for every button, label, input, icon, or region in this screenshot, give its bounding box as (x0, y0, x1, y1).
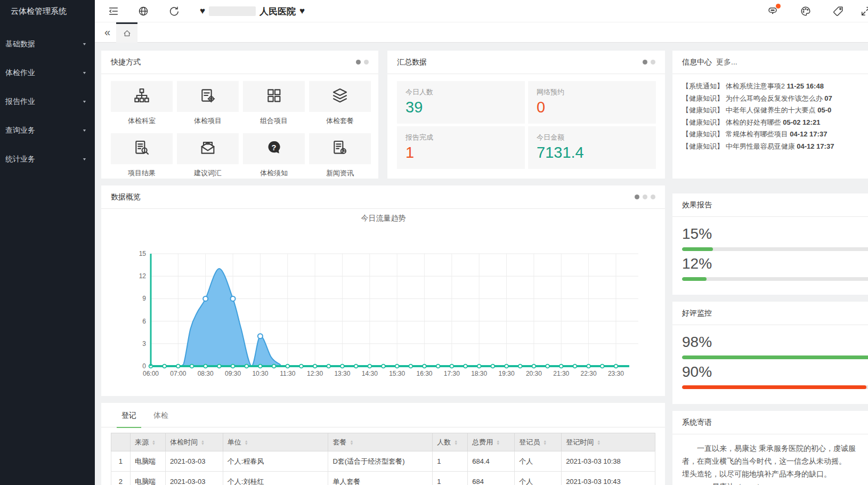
info-item[interactable]: 【健康知识】 中年男性最容易亚健康 04-12 17:37 (682, 141, 868, 153)
question-bubble-icon: ? (265, 139, 282, 158)
worklist-tabs: 登记体检 (101, 403, 665, 427)
shortcut-item-5[interactable]: 项目结果 (111, 133, 173, 178)
doc-gear-icon (199, 87, 216, 106)
more-link[interactable]: 更多... (716, 58, 737, 67)
sidebar-item-5[interactable]: 统计业务▼ (0, 145, 95, 174)
tab-体检[interactable]: 体检 (145, 403, 177, 427)
shortcut-label: 体检科室 (128, 116, 156, 126)
shortcut-item-8[interactable]: 新闻资讯 (309, 133, 371, 178)
system-message-line: 一直以来，易康达 秉承服务医院的初心，虔诚服 (682, 442, 868, 455)
svg-text:9: 9 (142, 295, 146, 302)
table-cell: 电脑端 (130, 451, 165, 472)
col-总费用[interactable]: 总费用▲▼ (468, 433, 515, 451)
shortcut-item-7[interactable]: ? 体检须知 (243, 133, 305, 178)
col-套餐[interactable]: 套餐▲▼ (328, 433, 433, 451)
table-row[interactable]: 2电脑端2021-03-03个人:刘桂红单人套餐1684个人2021-03-03… (111, 472, 655, 485)
shortcut-label: 项目结果 (128, 168, 156, 178)
sidebar-item-4[interactable]: 查询业务▼ (0, 116, 95, 145)
shortcut-item-3[interactable]: 组合项目 (243, 81, 305, 126)
menu-fold-icon[interactable] (108, 5, 119, 17)
carousel-dot[interactable] (651, 195, 655, 199)
carousel-dot[interactable] (643, 60, 647, 64)
info-text: 为什么耳鸣会反复发作该怎么办 (726, 94, 823, 102)
info-item[interactable]: 【健康知识】 常规体检有哪些项目 04-12 17:37 (682, 128, 868, 141)
shortcut-label: 新闻资讯 (326, 168, 354, 178)
panel-title: 系统寄语 (682, 418, 712, 427)
mail-open-icon (199, 139, 216, 158)
system-message-line: ——易康达（……） (682, 480, 868, 485)
panel-title: 好评监控 (682, 309, 712, 318)
carousel-dot[interactable] (651, 60, 655, 64)
progress-fill (682, 385, 866, 389)
hospital-name-redacted (209, 6, 256, 16)
sidebar-item-label: 报告作业 (5, 97, 35, 107)
carousel-dot[interactable] (635, 195, 639, 199)
system-message-text: 一直以来，易康达 秉承服务医院的初心，虔诚服者，在商业横飞的当今时代，这一信念从… (672, 434, 868, 485)
info-tag: 【健康知识】 (682, 118, 724, 126)
refresh-icon[interactable] (168, 5, 180, 17)
info-list: 【系统通知】 体检系统注意事项2 11-25 16:48【健康知识】 为什么耳鸣… (672, 74, 868, 159)
metric: 90% (682, 363, 868, 389)
info-time: 04-12 17:37 (790, 130, 827, 138)
sidebar-item-2[interactable]: 体检作业▼ (0, 59, 95, 87)
metric-value: 12% (682, 255, 868, 272)
panel-effect-report: 效果报告 15% 12% (672, 193, 868, 295)
info-tag: 【健康知识】 (682, 106, 724, 114)
col-来源[interactable]: 来源▲▼ (130, 433, 165, 451)
carousel-dot[interactable] (356, 60, 361, 64)
summary-card: 今日金额 7131.4 (528, 126, 656, 169)
collapse-sidebar-button[interactable]: « (100, 22, 115, 43)
sidebar-item-3[interactable]: 报告作业▼ (0, 87, 95, 116)
col-单位[interactable]: 单位▲▼ (223, 433, 328, 451)
info-time: 05-0 (817, 106, 831, 114)
sidebar-item-label: 基础数据 (5, 39, 35, 49)
sort-icons: ▲▼ (454, 440, 458, 445)
shortcut-item-4[interactable]: 体检套餐 (309, 81, 371, 126)
info-item[interactable]: 【健康知识】 中老年人保健养生的十大要点 05-0 (682, 104, 868, 117)
carousel-dot[interactable] (643, 195, 647, 199)
sort-icons: ▲▼ (543, 440, 547, 445)
stat-label: 今日金额 (537, 133, 647, 142)
layers-icon (331, 87, 348, 106)
metric-value: 90% (682, 363, 868, 381)
sort-icons: ▲▼ (350, 440, 353, 445)
hospital-title: ♥ 人民医院 ♥ (200, 0, 305, 22)
sort-icons: ▲▼ (597, 440, 601, 445)
info-item[interactable]: 【健康知识】 体检的好处有哪些 05-02 12:21 (682, 117, 868, 129)
worklist-table-holder: 来源▲▼体检时间▲▼单位▲▼套餐▲▼人数▲▼总费用▲▼登记员▲▼登记时间▲▼1电… (101, 433, 665, 485)
svg-text:15: 15 (139, 250, 147, 257)
carousel-dot[interactable] (364, 60, 369, 64)
col-体检时间[interactable]: 体检时间▲▼ (165, 433, 223, 451)
tab-home[interactable] (116, 22, 137, 43)
tab-登记[interactable]: 登记 (113, 403, 145, 427)
shortcut-label: 体检项目 (194, 116, 222, 126)
shortcut-item-6[interactable]: 建议词汇 (177, 133, 239, 178)
fullscreen-icon[interactable] (860, 5, 868, 17)
sidebar-menu: 基础数据▼体检作业▼报告作业▼查询业务▼统计业务▼ (0, 22, 95, 174)
carousel-dots (643, 60, 655, 64)
palette-icon[interactable] (800, 5, 812, 17)
col-登记时间[interactable]: 登记时间▲▼ (562, 433, 655, 451)
shortcut-item-2[interactable]: 体检项目 (177, 81, 239, 126)
shortcut-item-1[interactable]: 体检科室 (111, 81, 173, 126)
chat-bubble-icon[interactable] (767, 5, 778, 17)
svg-text:19:30: 19:30 (499, 370, 515, 377)
chevron-down-icon: ▼ (82, 71, 87, 75)
sort-icons: ▲▼ (201, 440, 205, 445)
col-登记员[interactable]: 登记员▲▼ (515, 433, 562, 451)
col-index (111, 433, 131, 451)
panel-title: 信息中心 (682, 58, 712, 67)
table-cell: 个人:刘桂红 (223, 472, 328, 485)
info-item[interactable]: 【系统通知】 体检系统注意事项2 11-25 16:48 (682, 80, 868, 93)
tag-icon[interactable] (832, 5, 844, 17)
table-cell: 个人 (515, 472, 562, 485)
metric: 15% (682, 225, 868, 251)
sidebar-item-1[interactable]: 基础数据▼ (0, 30, 95, 59)
info-item[interactable]: 【健康知识】 为什么耳鸣会反复发作该怎么办 07 (682, 93, 868, 105)
globe-icon[interactable] (137, 5, 149, 17)
svg-text:13:30: 13:30 (334, 370, 350, 377)
sort-icons: ▲▼ (245, 440, 248, 445)
table-row[interactable]: 1电脑端2021-03-03个人:程春风D套(适合于经济型套餐)1684.4个人… (111, 451, 655, 472)
info-text: 体检系统注意事项2 (726, 82, 785, 90)
col-人数[interactable]: 人数▲▼ (433, 433, 468, 451)
